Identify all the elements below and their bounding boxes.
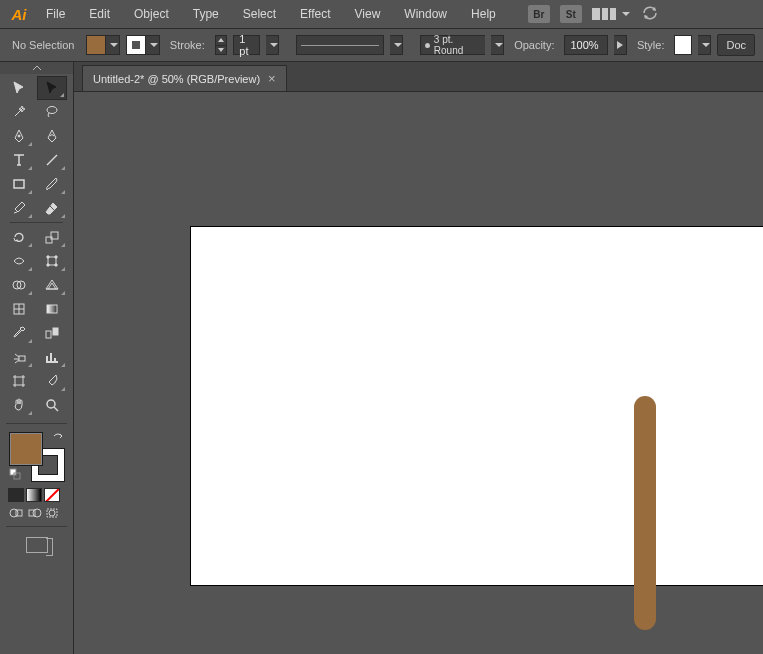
- stroke-label[interactable]: Stroke:: [166, 39, 209, 51]
- scale-tool[interactable]: [37, 225, 67, 249]
- bridge-badge[interactable]: Br: [528, 5, 550, 23]
- draw-mode-row: [0, 506, 73, 520]
- width-tool[interactable]: [4, 249, 34, 273]
- opacity-field[interactable]: 100%: [564, 35, 608, 55]
- document-area: Untitled-2* @ 50% (RGB/Preview) ×: [74, 62, 763, 654]
- free-transform-tool[interactable]: [37, 249, 67, 273]
- menu-edit[interactable]: Edit: [77, 0, 122, 28]
- column-graph-tool[interactable]: [37, 345, 67, 369]
- paintbrush-tool[interactable]: [37, 172, 67, 196]
- blend-tool[interactable]: [37, 321, 67, 345]
- artboard-tool[interactable]: [4, 369, 34, 393]
- screen-mode-icon[interactable]: [26, 537, 48, 553]
- draw-normal-icon[interactable]: [8, 506, 24, 520]
- svg-point-28: [49, 510, 55, 516]
- line-segment-tool[interactable]: [37, 148, 67, 172]
- stroke-swatch-control[interactable]: [126, 35, 160, 55]
- menu-file[interactable]: File: [34, 0, 77, 28]
- draw-inside-icon[interactable]: [44, 506, 60, 520]
- perspective-grid-tool[interactable]: [37, 273, 67, 297]
- svg-line-20: [54, 407, 58, 411]
- brush-definition-dropdown[interactable]: [390, 35, 403, 55]
- fill-indicator[interactable]: [9, 432, 43, 466]
- variable-width-profile[interactable]: 3 pt. Round: [420, 35, 485, 55]
- menu-effect[interactable]: Effect: [288, 0, 342, 28]
- vp-label: 3 pt. Round: [434, 34, 481, 56]
- stroke-weight-dropdown[interactable]: [266, 35, 279, 55]
- chevron-down-icon: [150, 43, 158, 47]
- eraser-tool[interactable]: [37, 196, 67, 220]
- document-tab[interactable]: Untitled-2* @ 50% (RGB/Preview) ×: [82, 65, 287, 91]
- menu-help[interactable]: Help: [459, 0, 508, 28]
- curvature-tool[interactable]: [37, 124, 67, 148]
- rectangle-tool[interactable]: [4, 172, 34, 196]
- menu-type[interactable]: Type: [181, 0, 231, 28]
- selection-tool[interactable]: [4, 76, 34, 100]
- brush-definition-preview[interactable]: [296, 35, 384, 55]
- stroke-dropdown[interactable]: [146, 35, 160, 55]
- mesh-tool[interactable]: [4, 297, 34, 321]
- magic-wand-tool[interactable]: [4, 100, 34, 124]
- fill-dropdown[interactable]: [106, 35, 120, 55]
- stroke-swatch: [126, 35, 146, 55]
- gradient-tool[interactable]: [37, 297, 67, 321]
- draw-behind-icon[interactable]: [26, 506, 42, 520]
- rotate-tool[interactable]: [4, 225, 34, 249]
- hand-tool[interactable]: [4, 393, 34, 417]
- close-icon[interactable]: ×: [268, 71, 276, 86]
- zoom-tool[interactable]: [37, 393, 67, 417]
- svg-rect-18: [15, 377, 23, 385]
- svg-point-26: [33, 509, 41, 517]
- document-tabbar: Untitled-2* @ 50% (RGB/Preview) ×: [74, 62, 763, 92]
- opacity-dropdown[interactable]: [614, 35, 627, 55]
- stroke-weight-field[interactable]: 1 pt: [233, 35, 259, 55]
- style-dropdown[interactable]: [698, 35, 711, 55]
- fill-stroke-indicator[interactable]: [7, 432, 67, 482]
- svg-point-0: [47, 107, 57, 114]
- menu-object[interactable]: Object: [122, 0, 181, 28]
- menubar: Ai File Edit Object Type Select Effect V…: [0, 0, 763, 28]
- menu-view[interactable]: View: [343, 0, 393, 28]
- chevron-down-icon: [394, 43, 402, 47]
- svg-point-1: [18, 135, 20, 137]
- symbol-sprayer-tool[interactable]: [4, 345, 34, 369]
- menu-select[interactable]: Select: [231, 0, 288, 28]
- opacity-label[interactable]: Opacity:: [510, 39, 558, 51]
- tools-panel: [0, 62, 74, 654]
- sync-settings-button[interactable]: [640, 3, 660, 25]
- swap-fill-stroke[interactable]: [52, 432, 64, 446]
- step-up[interactable]: [216, 36, 227, 46]
- lasso-tool[interactable]: [37, 100, 67, 124]
- rounded-rectangle-shape[interactable]: [634, 396, 656, 630]
- pen-tool[interactable]: [4, 124, 34, 148]
- color-mode-row: [0, 488, 73, 502]
- workspace: Untitled-2* @ 50% (RGB/Preview) ×: [0, 62, 763, 654]
- arrange-documents-button[interactable]: [592, 8, 630, 20]
- vp-dropdown[interactable]: [491, 35, 504, 55]
- shape-builder-tool[interactable]: [4, 273, 34, 297]
- chevron-down-icon: [110, 43, 118, 47]
- eyedropper-tool[interactable]: [4, 321, 34, 345]
- shaper-tool[interactable]: [4, 196, 34, 220]
- document-setup-button[interactable]: Doc: [717, 34, 755, 56]
- direct-selection-tool[interactable]: [37, 76, 67, 100]
- screen-mode-row[interactable]: [0, 533, 73, 557]
- fill-swatch-control[interactable]: [86, 35, 120, 55]
- color-mode-gradient[interactable]: [26, 488, 42, 502]
- stock-badge[interactable]: St: [560, 5, 582, 23]
- color-mode-none[interactable]: [44, 488, 60, 502]
- step-down[interactable]: [216, 46, 227, 55]
- tools-collapse-toggle[interactable]: [0, 62, 73, 74]
- default-fill-stroke[interactable]: [9, 468, 21, 482]
- type-tool[interactable]: [4, 148, 34, 172]
- color-mode-solid[interactable]: [8, 488, 24, 502]
- style-label[interactable]: Style:: [633, 39, 669, 51]
- canvas[interactable]: [74, 92, 763, 654]
- graphic-style-swatch[interactable]: [674, 35, 692, 55]
- stroke-weight-stepper[interactable]: [215, 35, 228, 55]
- slice-tool[interactable]: [37, 369, 67, 393]
- dot-icon: [425, 43, 430, 48]
- artboard: [190, 226, 763, 586]
- menu-window[interactable]: Window: [392, 0, 459, 28]
- selection-state-label: No Selection: [8, 39, 80, 51]
